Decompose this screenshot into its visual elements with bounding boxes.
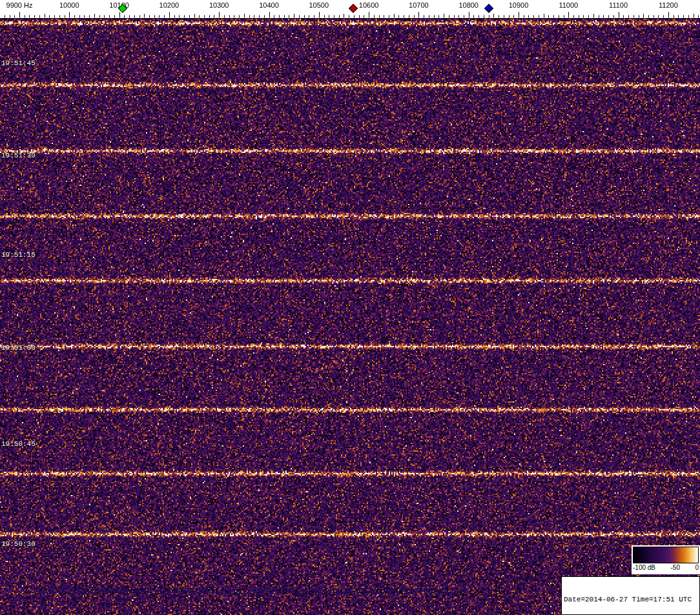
frequency-ruler: 9900 Hz100001010010200103001040010500106… <box>0 0 700 19</box>
time-tick-label: 19:50:30 <box>1 540 36 548</box>
freq-tick-label: 10700 <box>409 1 429 9</box>
freq-tick-label: 10200 <box>160 1 180 9</box>
freq-tick-label: 11000 <box>559 1 578 9</box>
freq-tick-label: 9900 Hz <box>6 1 33 9</box>
time-tick-label: 19:50:45 <box>1 440 36 448</box>
colorbar-min-label: -100 dB <box>633 564 655 572</box>
time-tick-label: 19:51:45 <box>1 59 36 67</box>
freq-tick-label: 10800 <box>458 1 479 9</box>
colorbar-max-label: 0 <box>695 564 699 572</box>
freq-tick-label: 10900 <box>509 1 529 9</box>
time-tick-label: 19:51:00 <box>1 344 36 352</box>
spectrogram-canvas <box>0 19 700 615</box>
info-date-line: Date=2014-06-27 Time=17:51 UTC <box>564 595 697 604</box>
colorbar-mid-label: -50 <box>671 564 680 572</box>
time-tick-label: 19:51:30 <box>1 152 36 159</box>
freq-tick-label: 10600 <box>359 1 379 9</box>
freq-tick-label: 11100 <box>609 1 628 9</box>
colorbar-gradient <box>633 547 699 563</box>
colorbar: -100 dB -50 0 <box>632 545 700 574</box>
spectrogram-area: 19:51:4519:51:3019:51:1519:51:0019:50:45… <box>0 19 700 615</box>
meteor-spectrogram-app: 9900 Hz100001010010200103001040010500106… <box>0 0 700 615</box>
freq-tick-label: 10500 <box>309 1 329 9</box>
freq-tick-label: 10300 <box>209 1 229 9</box>
colorbar-labels: -100 dB -50 0 <box>633 563 699 572</box>
freq-tick-label: 10000 <box>59 1 79 9</box>
event-annotation: 20140627175020416 hCnt21 nb-83 f10607 hi… <box>37 587 466 595</box>
time-tick-label: 19:51:15 <box>1 251 36 259</box>
bottom-left-label: (f26 <box>36 600 48 608</box>
freq-tick-label: 11200 <box>659 1 678 9</box>
freq-tick-label: 10400 <box>259 1 279 9</box>
info-box: Date=2014-06-27 Time=17:51 UTC Freq=143 … <box>561 576 700 615</box>
